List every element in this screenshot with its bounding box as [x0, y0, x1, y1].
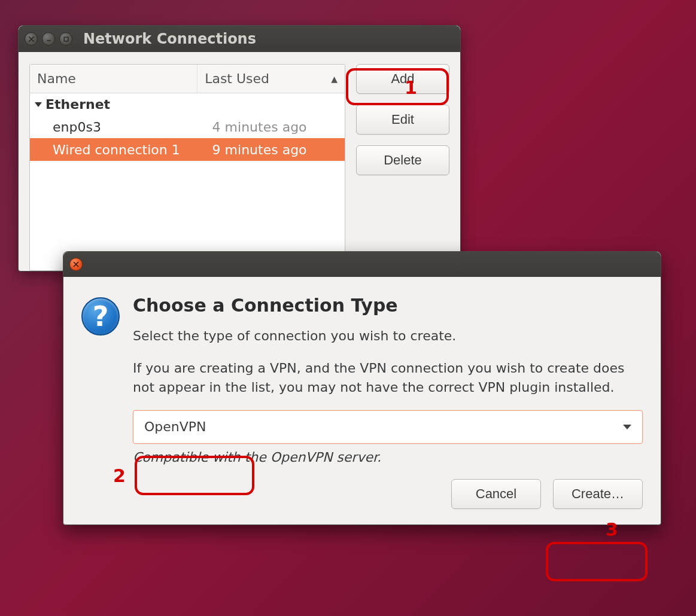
group-ethernet[interactable]: Ethernet	[30, 93, 345, 115]
column-label: Last Used	[205, 71, 269, 86]
list-header: Name Last Used ▲	[30, 65, 345, 93]
edit-button[interactable]: Edit	[356, 105, 449, 135]
maximize-icon	[63, 36, 69, 42]
create-button[interactable]: Create…	[553, 479, 643, 509]
dialog-title: Choose a Connection Type	[133, 295, 643, 316]
table-row[interactable]: Wired connection 1 9 minutes ago	[30, 138, 345, 161]
connection-name: enp0s3	[30, 120, 205, 135]
dropdown-description: Compatible with the OpenVPN server.	[133, 450, 643, 465]
connection-type-dialog: ? Choose a Connection Type Select the ty…	[63, 251, 661, 525]
chevron-down-icon	[623, 425, 631, 429]
close-icon	[73, 261, 79, 267]
window-title: Network Connections	[83, 31, 256, 47]
connection-name: Wired connection 1	[30, 142, 205, 157]
action-buttons: Add Edit Delete	[356, 64, 449, 271]
network-connections-window: Network Connections Name Last Used ▲ Eth…	[18, 25, 461, 272]
dropdown-value: OpenVPN	[144, 419, 206, 434]
close-button[interactable]	[25, 32, 38, 45]
dialog-titlebar[interactable]	[63, 252, 661, 277]
cancel-button[interactable]: Cancel	[451, 479, 541, 509]
column-label: Name	[37, 71, 76, 86]
close-icon	[28, 36, 35, 42]
close-button[interactable]	[69, 258, 83, 271]
table-row[interactable]: enp0s3 4 minutes ago	[30, 115, 345, 138]
window-body: Name Last Used ▲ Ethernet enp0s3 4 minut…	[19, 52, 460, 271]
expand-icon	[35, 102, 42, 107]
dialog-actions: Cancel Create…	[63, 479, 661, 524]
maximize-button[interactable]	[59, 32, 72, 45]
question-icon: ?	[81, 297, 120, 336]
svg-rect-3	[64, 37, 68, 41]
dialog-paragraph: Select the type of connection you wish t…	[133, 327, 643, 346]
titlebar[interactable]: Network Connections	[19, 26, 460, 52]
connection-last-used: 9 minutes ago	[205, 142, 345, 157]
sort-ascending-icon: ▲	[331, 74, 338, 84]
connection-last-used: 4 minutes ago	[205, 120, 345, 135]
annotation-box-create	[546, 542, 648, 581]
minimize-icon	[45, 36, 52, 42]
window-controls	[25, 32, 72, 45]
add-button[interactable]: Add	[356, 64, 449, 94]
dialog-paragraph: If you are creating a VPN, and the VPN c…	[133, 359, 643, 397]
column-header-name[interactable]: Name	[30, 65, 197, 93]
dialog-content: Choose a Connection Type Select the type…	[133, 295, 643, 465]
column-header-last-used[interactable]: Last Used ▲	[197, 65, 345, 93]
connection-type-dropdown[interactable]: OpenVPN	[133, 410, 643, 444]
group-label: Ethernet	[45, 97, 110, 112]
dialog-body: ? Choose a Connection Type Select the ty…	[63, 277, 661, 479]
delete-button[interactable]: Delete	[356, 145, 449, 175]
minimize-button[interactable]	[42, 32, 55, 45]
connections-list[interactable]: Name Last Used ▲ Ethernet enp0s3 4 minut…	[29, 64, 345, 271]
